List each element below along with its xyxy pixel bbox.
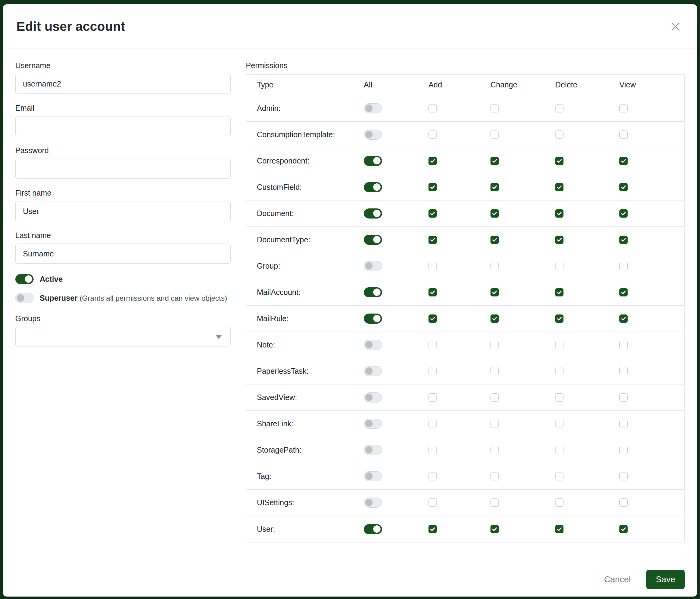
permission-checkbox-delete[interactable]	[555, 236, 564, 244]
permission-checkbox-view[interactable]	[619, 209, 628, 218]
permission-checkbox-view[interactable]	[619, 262, 628, 270]
permission-checkbox-view[interactable]	[619, 236, 628, 244]
close-icon[interactable]	[668, 19, 683, 34]
permission-checkbox-add[interactable]	[428, 209, 437, 218]
permission-checkbox-change[interactable]	[491, 209, 499, 218]
permission-checkbox-add[interactable]	[428, 367, 437, 375]
permission-checkbox-change[interactable]	[491, 472, 499, 480]
permission-checkbox-add[interactable]	[428, 420, 437, 428]
permission-checkbox-delete[interactable]	[555, 104, 564, 113]
permission-checkbox-change[interactable]	[491, 104, 499, 113]
permission-checkbox-change[interactable]	[491, 499, 499, 507]
permission-checkbox-view[interactable]	[619, 314, 628, 323]
email-field[interactable]	[15, 116, 231, 136]
permission-checkbox-view[interactable]	[619, 341, 628, 349]
permission-checkbox-add[interactable]	[428, 446, 437, 454]
permission-checkbox-add[interactable]	[428, 499, 437, 507]
permission-checkbox-delete[interactable]	[555, 446, 564, 454]
permission-checkbox-delete[interactable]	[555, 288, 564, 296]
groups-select[interactable]	[15, 327, 231, 347]
permission-checkbox-delete[interactable]	[555, 393, 564, 402]
permission-checkbox-delete[interactable]	[555, 209, 564, 218]
permission-checkbox-view[interactable]	[619, 393, 628, 402]
permission-all-toggle[interactable]	[364, 524, 382, 534]
permission-all-toggle[interactable]	[364, 314, 382, 324]
superuser-toggle[interactable]	[15, 293, 33, 303]
permission-checkbox-delete[interactable]	[555, 367, 564, 375]
active-toggle[interactable]	[15, 274, 33, 284]
permission-checkbox-add[interactable]	[428, 130, 437, 139]
permission-checkbox-delete[interactable]	[555, 314, 564, 323]
permission-checkbox-change[interactable]	[491, 341, 499, 349]
permission-checkbox-change[interactable]	[491, 262, 499, 270]
permission-checkbox-delete[interactable]	[555, 472, 564, 480]
permission-checkbox-add[interactable]	[428, 157, 437, 165]
permission-checkbox-view[interactable]	[619, 157, 628, 165]
toggle-knob	[365, 262, 373, 269]
permission-checkbox-add[interactable]	[428, 393, 437, 402]
permission-checkbox-view[interactable]	[619, 104, 628, 113]
password-field[interactable]	[15, 159, 231, 179]
permission-checkbox-view[interactable]	[619, 525, 628, 533]
first-name-field[interactable]	[15, 201, 231, 221]
permission-checkbox-add[interactable]	[428, 525, 437, 533]
permission-checkbox-add[interactable]	[428, 314, 437, 323]
permission-checkbox-view[interactable]	[619, 446, 628, 454]
permission-checkbox-change[interactable]	[491, 314, 499, 323]
permission-checkbox-change[interactable]	[491, 236, 499, 244]
permission-all-toggle[interactable]	[364, 366, 382, 376]
permission-checkbox-change[interactable]	[491, 367, 499, 375]
permission-checkbox-add[interactable]	[428, 262, 437, 270]
permission-checkbox-delete[interactable]	[555, 157, 564, 165]
last-name-field[interactable]	[15, 244, 231, 264]
permission-row: Group:	[246, 253, 684, 279]
permission-all-toggle[interactable]	[364, 261, 382, 271]
permission-all-toggle[interactable]	[364, 392, 382, 403]
permission-checkbox-change[interactable]	[491, 446, 499, 454]
permission-checkbox-add[interactable]	[428, 183, 437, 191]
permission-checkbox-view[interactable]	[619, 130, 628, 139]
permission-checkbox-add[interactable]	[428, 236, 437, 244]
permission-all-toggle[interactable]	[364, 287, 382, 297]
permission-checkbox-change[interactable]	[491, 183, 499, 191]
permission-checkbox-change[interactable]	[491, 420, 499, 428]
permission-all-toggle[interactable]	[364, 235, 382, 245]
username-input[interactable]	[15, 74, 231, 94]
permissions-heading: Permissions	[246, 61, 685, 70]
permission-checkbox-delete[interactable]	[555, 341, 564, 349]
permission-checkbox-change[interactable]	[491, 157, 499, 165]
permission-checkbox-delete[interactable]	[555, 183, 564, 191]
permission-checkbox-delete[interactable]	[555, 130, 564, 139]
permission-checkbox-change[interactable]	[491, 288, 499, 296]
permission-checkbox-add[interactable]	[428, 472, 437, 480]
permission-all-toggle[interactable]	[364, 498, 382, 508]
permission-all-toggle[interactable]	[364, 209, 382, 218]
permission-checkbox-delete[interactable]	[555, 420, 564, 428]
permission-all-toggle[interactable]	[364, 340, 382, 350]
permission-checkbox-view[interactable]	[619, 499, 628, 507]
permission-all-toggle[interactable]	[364, 103, 382, 113]
permission-all-toggle[interactable]	[364, 419, 382, 429]
permission-checkbox-change[interactable]	[491, 525, 499, 533]
permission-checkbox-add[interactable]	[428, 341, 437, 349]
permission-checkbox-view[interactable]	[619, 420, 628, 428]
permission-all-toggle[interactable]	[364, 182, 382, 192]
permission-checkbox-change[interactable]	[491, 393, 499, 402]
permission-all-toggle[interactable]	[364, 445, 382, 455]
permission-checkbox-add[interactable]	[428, 288, 437, 296]
permission-checkbox-change[interactable]	[491, 130, 499, 139]
permission-checkbox-delete[interactable]	[555, 262, 564, 270]
save-button[interactable]: Save	[646, 570, 685, 589]
cancel-button[interactable]: Cancel	[595, 570, 640, 589]
permission-all-toggle[interactable]	[364, 471, 382, 481]
permission-checkbox-view[interactable]	[619, 472, 628, 480]
permission-checkbox-add[interactable]	[428, 104, 437, 113]
permission-checkbox-view[interactable]	[619, 183, 628, 191]
permission-all-toggle[interactable]	[364, 156, 382, 166]
permission-all-toggle[interactable]	[364, 129, 382, 140]
permission-checkbox-view[interactable]	[619, 367, 628, 375]
permission-checkbox-delete[interactable]	[555, 499, 564, 507]
permission-checkbox-delete[interactable]	[555, 525, 564, 533]
permission-checkbox-view[interactable]	[619, 288, 628, 296]
last-name-label: Last name	[15, 231, 231, 240]
